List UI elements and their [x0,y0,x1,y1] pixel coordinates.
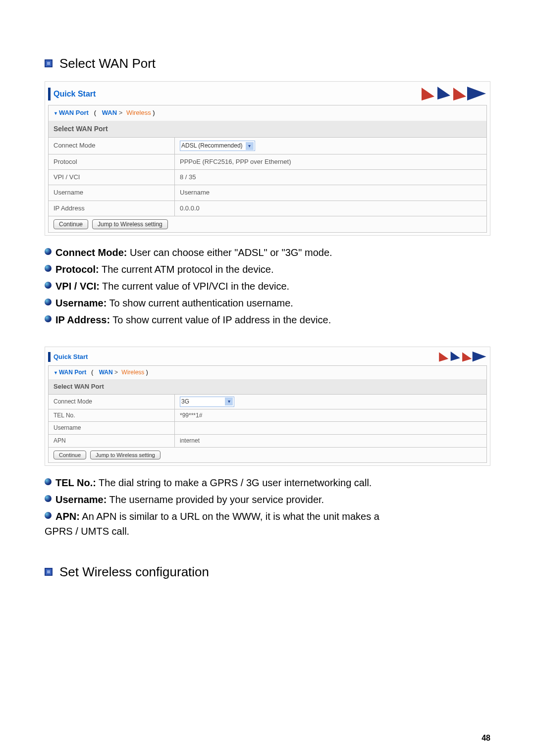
table-row: Protocol PPPoE (RFC2516, PPP over Ethern… [49,154,487,169]
desc-bold: Protocol: [55,264,99,275]
value-protocol: PPPoE (RFC2516, PPP over Ethernet) [175,154,487,169]
label-apn: APN [49,435,175,448]
svg-marker-6 [462,352,472,361]
heading-text: Select WAN Port [59,54,156,72]
table-row: APN internet [49,435,487,448]
desc-continuation: GPRS / UMTS call. [45,524,490,538]
breadcrumb-wanport[interactable]: WAN Port [54,109,89,116]
connect-mode-select[interactable]: 3G ▾ [180,397,234,407]
config-table: Connect Mode ADSL (Recommended) ▾ Protoc… [48,137,487,216]
breadcrumb-wireless[interactable]: Wireless [121,369,144,376]
svg-marker-2 [453,88,466,101]
chevron-down-icon: ▾ [225,398,233,405]
desc-bold: Connect Mode: [55,247,127,258]
panel-title: Quick Start [54,353,88,361]
label-protocol: Protocol [49,154,175,169]
desc-body: The current ATM protocol in the device. [99,264,274,275]
title-accent-bar [48,352,51,362]
svg-marker-3 [467,87,486,101]
desc-body: To show current authentication username. [107,298,293,308]
section-subhead: Select WAN Port [48,121,487,138]
section-subhead: Select WAN Port [48,379,487,394]
label-connect-mode: Connect Mode [49,394,175,409]
list-item: TEL No.: The dial string to make a GPRS … [45,476,490,490]
jump-to-wireless-button[interactable]: Jump to Wireless setting [90,451,160,459]
heading-text: Set Wireless configuration [59,563,209,581]
description-list-3g: TEL No.: The dial string to make a GPRS … [45,476,490,538]
desc-bold: IP Address: [55,314,110,325]
table-row: Connect Mode 3G ▾ [49,394,487,409]
label-username: Username [49,422,175,435]
continue-button[interactable]: Continue [54,219,88,229]
sphere-bullet-icon [45,248,52,255]
desc-body: User can choose either "ADSL" or "3G" mo… [127,247,332,258]
desc-body: An APN is similar to a URL on the WWW, i… [80,511,379,522]
quickstart-panel-adsl: Quick Start WAN Port ( WAN > Wireless ) … [45,81,490,235]
desc-body: The current value of VPI/VCI in the devi… [100,281,289,292]
title-accent-bar [48,88,51,101]
description-list-adsl: Connect Mode: User can choose either "AD… [45,246,490,327]
list-item: Username: To show current authentication… [45,296,490,310]
table-row: Username Username [49,185,487,201]
breadcrumb: WAN Port ( WAN > Wireless ) [48,365,487,379]
value-ipaddress: 0.0.0.0 [175,201,487,216]
section-heading: Set Wireless configuration [45,563,490,581]
sphere-bullet-icon [45,512,52,519]
quickstart-panel-3g: Quick Start WAN Port ( WAN > Wireless ) … [45,347,490,466]
button-row: Continue Jump to Wireless setting [48,216,487,233]
sphere-bullet-icon [45,495,52,502]
table-row: Connect Mode ADSL (Recommended) ▾ [49,138,487,154]
breadcrumb-wireless[interactable]: Wireless [126,109,151,116]
brand-logo [432,350,487,364]
value-telno: *99***1# [175,409,487,422]
svg-marker-7 [473,352,486,362]
breadcrumb-wan[interactable]: WAN [99,369,113,376]
continue-button[interactable]: Continue [54,451,86,459]
list-item: Protocol: The current ATM protocol in th… [45,262,490,276]
button-row: Continue Jump to Wireless setting [48,448,487,463]
value-username: Username [175,185,487,201]
section-heading: Select WAN Port [45,54,490,72]
label-telno: TEL No. [49,409,175,422]
desc-bold: APN: [55,511,80,522]
svg-marker-4 [439,352,448,361]
label-username: Username [49,185,175,201]
square-bullet-icon [45,59,53,67]
svg-marker-1 [437,87,450,100]
connect-mode-select[interactable]: ADSL (Recommended) ▾ [180,141,255,151]
breadcrumb-wan[interactable]: WAN [102,109,117,116]
table-row: IP Address 0.0.0.0 [49,201,487,216]
config-table: Connect Mode 3G ▾ TEL No. *99***1# Usern… [48,394,487,448]
square-bullet-icon [45,568,53,576]
list-item: IP Address: To show current value of IP … [45,313,490,327]
sphere-bullet-icon [45,315,52,322]
table-row: TEL No. *99***1# [49,409,487,422]
value-username [175,422,487,435]
sphere-bullet-icon [45,299,52,305]
label-vpivci: VPI / VCI [49,170,175,185]
desc-bold: VPI / VCI: [55,281,100,292]
select-value: ADSL (Recommended) [181,142,243,150]
desc-body: The dial string to make a GPRS / 3G user… [96,477,372,488]
svg-marker-0 [422,88,434,101]
chevron-down-icon: ▾ [246,142,254,150]
breadcrumb-wanport[interactable]: WAN Port [54,369,86,376]
table-row: Username [49,422,487,435]
list-item: APN: An APN is similar to a URL on the W… [45,509,490,523]
table-row: VPI / VCI 8 / 35 [49,170,487,185]
list-item: Connect Mode: User can choose either "AD… [45,246,490,259]
desc-body: To show current value of IP address in t… [110,314,331,325]
label-ipaddress: IP Address [49,201,175,216]
list-item: VPI / VCI: The current value of VPI/VCI … [45,279,490,293]
svg-marker-5 [451,352,460,361]
brand-logo [413,85,487,103]
list-item: Username: The username provided by your … [45,493,490,506]
value-vpivci: 8 / 35 [175,170,487,185]
sphere-bullet-icon [45,282,52,289]
sphere-bullet-icon [45,478,52,485]
jump-to-wireless-button[interactable]: Jump to Wireless setting [92,219,168,229]
select-value: 3G [181,398,189,406]
label-connect-mode: Connect Mode [49,138,175,154]
desc-bold: TEL No.: [55,477,96,488]
desc-bold: Username: [55,494,107,505]
